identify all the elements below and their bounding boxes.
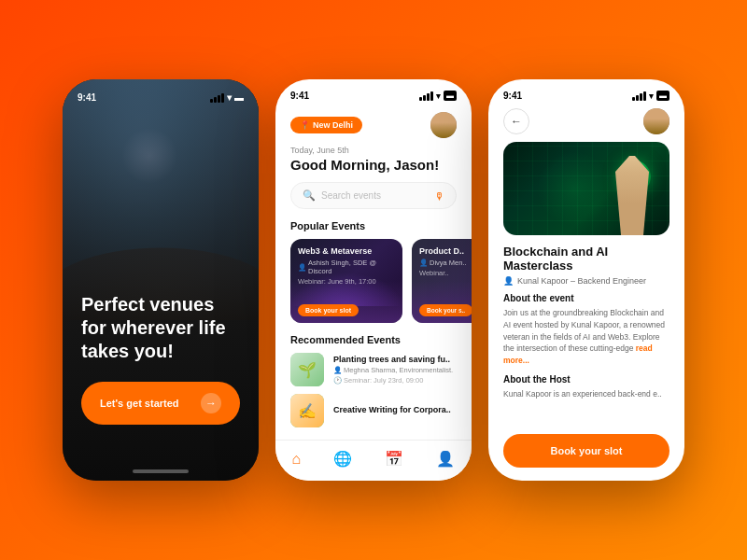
nav-calendar-icon[interactable]: 📅 <box>385 450 403 468</box>
date-text: Today, June 5th <box>275 146 472 157</box>
search-placeholder: Search events <box>321 190 429 201</box>
about-host-body: Kunal Kapoor is an experienced back-end … <box>488 388 684 408</box>
time-label: 9:41 <box>503 91 522 101</box>
card-bg-2 <box>412 281 472 323</box>
user-avatar-detail[interactable] <box>643 108 669 134</box>
event-card-1[interactable]: Web3 & Metaverse 👤 Ashish Singh, SDE @ D… <box>290 239 402 323</box>
nav-home-icon[interactable]: ⌂ <box>292 451 302 468</box>
rec-item-1[interactable]: 🌱 Planting trees and saving fu.. 👤 Meghn… <box>290 353 457 386</box>
bottom-nav: ⌂ 🌐 📅 👤 <box>275 440 472 481</box>
rec-item-2[interactable]: ✍️ Creative Writing for Corpora.. <box>290 394 457 427</box>
avatar-face-detail <box>643 108 669 134</box>
event-hero-image: ₿ <box>503 142 669 235</box>
time-label: 9:41 <box>290 91 309 101</box>
rec-thumb-2: ✍️ <box>290 394 324 427</box>
get-started-button[interactable]: Let's get started → <box>81 382 240 425</box>
rec-item-info-1: Planting trees and saving fu.. 👤 Meghna … <box>333 355 453 385</box>
event-card-title-1: Web3 & Metaverse <box>298 246 395 256</box>
recommended-list: 🌱 Planting trees and saving fu.. 👤 Meghn… <box>275 353 472 427</box>
battery-icon: ▬ <box>444 91 457 101</box>
book-slot-button[interactable]: Book your slot <box>503 434 669 468</box>
event-card-host-1: 👤 Ashish Singh, SDE @ Discord <box>298 259 395 275</box>
event-speaker: 👤 Kunal Kapoor – Backend Engineer <box>488 276 684 293</box>
rec-thumb-1: 🌱 <box>290 353 324 386</box>
status-icons-home: ▾ ▬ <box>419 91 457 101</box>
detail-header: ← <box>488 108 684 142</box>
user-avatar[interactable] <box>430 112 457 138</box>
wifi-icon: ▾ <box>227 92 232 103</box>
home-header: 📍 New Delhi <box>275 108 472 146</box>
mic-icon[interactable]: 🎙 <box>434 190 444 202</box>
location-icon: 📍 <box>300 120 310 130</box>
splash-content: Perfect venues for wherever life takes y… <box>81 293 240 425</box>
rec-host-1: 👤 Meghna Sharma, Environmentalist. <box>333 366 453 374</box>
battery-icon: ▬ <box>656 91 669 101</box>
book-slot-btn-1[interactable]: Book your slot <box>298 304 359 316</box>
signal-icon <box>419 91 433 101</box>
status-bar-home: 9:41 ▾ ▬ <box>275 79 472 108</box>
rec-item-info-2: Creative Writing for Corpora.. <box>333 405 451 416</box>
event-card-2[interactable]: Product D.. 👤 Divya Men.. Webinar.. Book… <box>412 239 472 323</box>
hero-glow <box>537 151 612 226</box>
location-label: New Delhi <box>313 120 353 130</box>
avatar-face <box>430 112 457 138</box>
about-event-heading: About the event <box>488 293 684 307</box>
battery-icon: ▬ <box>234 92 244 103</box>
phone-splash: 9:41 ▾ ▬ Perfect venues for wherever lif… <box>63 79 259 481</box>
person-icon-2: 👤 <box>419 259 428 267</box>
status-bar-detail: 9:41 ▾ ▬ <box>488 79 684 108</box>
status-icons: ▾ ▬ <box>210 92 244 103</box>
rec-title-2: Creative Writing for Corpora.. <box>333 405 451 414</box>
clock-icon: 🕐 <box>333 376 342 385</box>
speaker-icon: 👤 <box>503 276 514 286</box>
book-slot-btn-2[interactable]: Book your s.. <box>419 304 472 316</box>
about-host-heading: About the Host <box>488 374 684 388</box>
event-card-title-2: Product D.. <box>419 246 472 256</box>
search-icon: 🔍 <box>303 189 316 202</box>
greeting-text: Good Morning, Jason! <box>275 157 472 182</box>
rec-date-1: 🕐 Seminar: July 23rd, 09:00 <box>333 376 453 385</box>
popular-events-list: Web3 & Metaverse 👤 Ashish Singh, SDE @ D… <box>275 239 472 334</box>
event-card-date-2: Webinar.. <box>419 269 472 277</box>
phone-home: 9:41 ▾ ▬ 📍 New Delhi Today, June 5th Goo… <box>275 79 472 481</box>
person-icon: 👤 <box>298 263 306 272</box>
nav-profile-icon[interactable]: 👤 <box>436 450 455 468</box>
home-indicator <box>133 469 189 473</box>
wifi-icon: ▾ <box>436 91 441 101</box>
about-event-body: Join us at the groundbreaking Blockchain… <box>488 307 684 374</box>
search-bar[interactable]: 🔍 Search events 🎙 <box>290 182 457 209</box>
back-button[interactable]: ← <box>503 108 529 134</box>
time-label: 9:41 <box>78 92 96 103</box>
nav-explore-icon[interactable]: 🌐 <box>333 450 352 468</box>
recommended-events-title: Recommended Events <box>275 334 472 353</box>
arrow-icon: → <box>201 393 221 413</box>
location-pill[interactable]: 📍 New Delhi <box>290 117 362 133</box>
wifi-icon: ▾ <box>649 91 654 101</box>
popular-events-title: Popular Events <box>275 220 472 239</box>
event-card-host-2: 👤 Divya Men.. <box>419 259 472 267</box>
event-title: Blockchain and AI Masterclass <box>488 245 684 276</box>
signal-icon <box>632 91 646 101</box>
rec-title-1: Planting trees and saving fu.. <box>333 355 453 364</box>
signal-icon <box>210 93 224 103</box>
event-card-date-1: Webinar: June 9th, 17:00 <box>298 277 395 286</box>
phone-detail: 9:41 ▾ ▬ ← ₿ Blockchain and AI Mastercla… <box>488 79 684 481</box>
status-icons-detail: ▾ ▬ <box>632 91 669 101</box>
person-icon-rec1: 👤 <box>333 366 342 374</box>
get-started-label: Let's get started <box>100 398 179 409</box>
status-bar: 9:41 ▾ ▬ <box>78 92 244 103</box>
splash-title: Perfect venues for wherever life takes y… <box>81 293 240 363</box>
